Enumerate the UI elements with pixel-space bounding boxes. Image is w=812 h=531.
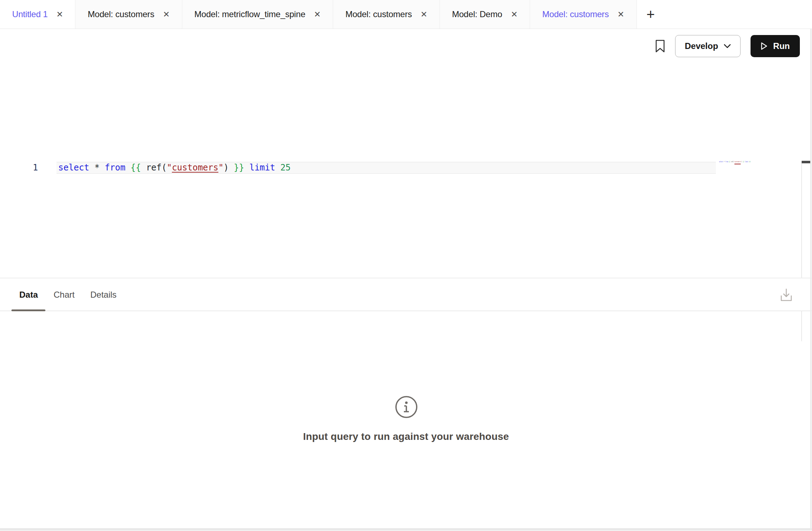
bookmark-icon[interactable]: [655, 39, 665, 53]
ide-window: Untitled 1 ✕ Model: customers ✕ Model: m…: [0, 0, 812, 531]
editor-scrollbar-thumb[interactable]: [802, 161, 810, 163]
close-icon[interactable]: ✕: [511, 10, 518, 19]
run-button[interactable]: Run: [751, 35, 800, 57]
line-number: 1: [29, 162, 41, 174]
tab-label: Untitled 1: [12, 9, 48, 19]
close-icon[interactable]: ✕: [163, 10, 170, 19]
code-token: }}: [234, 163, 244, 173]
tab-untitled-1[interactable]: Untitled 1 ✕: [0, 0, 75, 29]
close-icon[interactable]: ✕: [314, 10, 321, 19]
editor-scrollbar-track: [801, 163, 802, 341]
close-icon[interactable]: ✕: [421, 10, 427, 19]
editor-tab-bar: Untitled 1 ✕ Model: customers ✕ Model: m…: [0, 0, 812, 29]
plus-icon: +: [647, 6, 655, 23]
results-tab-border: [0, 311, 812, 311]
code-token: ref(: [141, 163, 167, 173]
close-icon[interactable]: ✕: [56, 10, 63, 19]
bottom-panel-edge: [0, 528, 812, 531]
sql-editor[interactable]: 1 select * from {{ ref("customers") }} l…: [0, 64, 812, 278]
tab-label: Model: customers: [345, 9, 412, 19]
code-token: ": [218, 163, 223, 173]
code-token: from: [105, 163, 125, 173]
tab-model-customers-2[interactable]: Model: customers ✕: [333, 0, 440, 29]
tab-model-customers-1[interactable]: Model: customers ✕: [75, 0, 182, 29]
code-token: [125, 163, 130, 173]
code-token: [244, 163, 249, 173]
new-tab-button[interactable]: +: [637, 0, 665, 29]
close-icon[interactable]: ✕: [617, 10, 624, 19]
code-token: ): [223, 163, 234, 173]
code-token: select: [58, 163, 89, 173]
code-token: {{: [130, 163, 141, 173]
results-tab-bar: Data Chart Details: [0, 278, 812, 311]
tab-model-metricflow-time-spine[interactable]: Model: metricflow_time_spine ✕: [182, 0, 333, 29]
code-token-ref-link[interactable]: customers: [172, 163, 218, 173]
code-line-text: select * from {{ ref("customers") }} lim…: [58, 162, 291, 173]
tab-label: Model: metricflow_time_spine: [194, 9, 306, 19]
code-token: [275, 163, 280, 173]
tab-label: Model: customers: [542, 9, 609, 19]
tab-details[interactable]: Details: [90, 290, 117, 300]
chevron-down-icon: [724, 44, 731, 48]
code-token: limit: [249, 163, 275, 173]
info-icon: [395, 395, 418, 420]
active-tab-underline: [11, 309, 45, 311]
code-token: ": [167, 163, 172, 173]
empty-state-message: Input query to run against your warehous…: [0, 431, 812, 442]
run-label: Run: [773, 41, 790, 51]
tab-label: Model: customers: [88, 9, 154, 19]
tab-model-demo[interactable]: Model: Demo ✕: [440, 0, 530, 29]
tab-chart[interactable]: Chart: [54, 290, 75, 300]
tab-model-customers-3[interactable]: Model: customers ✕: [530, 0, 637, 29]
toolbar: Develop Run: [0, 29, 812, 63]
develop-button[interactable]: Develop: [675, 35, 741, 57]
window-right-border: [810, 29, 812, 528]
develop-label: Develop: [685, 41, 718, 51]
editor-minimap: select * from {{ ref("customers") }} lim…: [719, 160, 751, 165]
code-token: 25: [280, 163, 291, 173]
tab-data[interactable]: Data: [19, 290, 38, 300]
play-icon: [761, 42, 768, 50]
active-code-line[interactable]: select * from {{ ref("customers") }} lim…: [56, 162, 716, 174]
tab-label: Model: Demo: [452, 9, 502, 19]
code-token: *: [89, 163, 105, 173]
download-icon[interactable]: [779, 287, 793, 304]
